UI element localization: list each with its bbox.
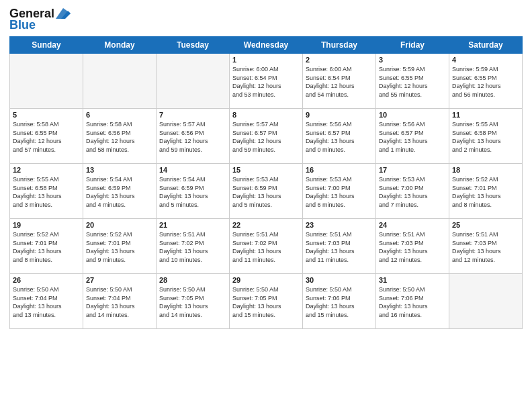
day-number: 5 (13, 111, 80, 119)
calendar-week-4: 19Sunrise: 5:52 AM Sunset: 7:01 PM Dayli… (10, 219, 523, 274)
day-number: 24 (379, 221, 446, 229)
calendar-cell: 7Sunrise: 5:57 AM Sunset: 6:56 PM Daylig… (157, 109, 230, 164)
day-info: Sunrise: 6:00 AM Sunset: 6:54 PM Dayligh… (306, 65, 373, 99)
day-info: Sunrise: 5:52 AM Sunset: 7:01 PM Dayligh… (86, 230, 153, 264)
calendar-cell: 24Sunrise: 5:51 AM Sunset: 7:03 PM Dayli… (376, 219, 449, 274)
day-number: 10 (379, 111, 446, 119)
day-info: Sunrise: 5:55 AM Sunset: 6:58 PM Dayligh… (452, 120, 519, 154)
day-info: Sunrise: 5:50 AM Sunset: 7:04 PM Dayligh… (86, 285, 153, 319)
calendar-cell: 21Sunrise: 5:51 AM Sunset: 7:02 PM Dayli… (157, 219, 230, 274)
logo-icon (56, 8, 71, 19)
day-info: Sunrise: 5:51 AM Sunset: 7:02 PM Dayligh… (159, 230, 226, 264)
day-info: Sunrise: 5:56 AM Sunset: 6:57 PM Dayligh… (306, 120, 373, 154)
calendar-cell: 6Sunrise: 5:58 AM Sunset: 6:56 PM Daylig… (83, 109, 157, 164)
calendar-table: SundayMondayTuesdayWednesdayThursdayFrid… (9, 36, 523, 329)
calendar-week-3: 12Sunrise: 5:55 AM Sunset: 6:58 PM Dayli… (10, 164, 523, 219)
calendar-cell: 10Sunrise: 5:56 AM Sunset: 6:57 PM Dayli… (376, 109, 449, 164)
day-info: Sunrise: 5:50 AM Sunset: 7:06 PM Dayligh… (306, 285, 373, 319)
day-info: Sunrise: 5:56 AM Sunset: 6:57 PM Dayligh… (379, 120, 446, 154)
calendar-cell (157, 54, 230, 109)
day-info: Sunrise: 5:58 AM Sunset: 6:55 PM Dayligh… (13, 120, 80, 154)
day-number: 11 (452, 111, 519, 119)
calendar-week-2: 5Sunrise: 5:58 AM Sunset: 6:55 PM Daylig… (10, 109, 523, 164)
day-info: Sunrise: 5:59 AM Sunset: 6:55 PM Dayligh… (452, 65, 519, 99)
day-number: 25 (452, 221, 519, 229)
calendar-cell: 4Sunrise: 5:59 AM Sunset: 6:55 PM Daylig… (449, 54, 523, 109)
day-number: 14 (159, 166, 226, 174)
day-number: 12 (13, 166, 80, 174)
page: General Blue SundayMondayTuesdayWednesda… (0, 0, 532, 411)
calendar-cell: 31Sunrise: 5:50 AM Sunset: 7:06 PM Dayli… (376, 274, 449, 329)
weekday-header-sunday: Sunday (10, 37, 83, 54)
calendar-week-5: 26Sunrise: 5:50 AM Sunset: 7:04 PM Dayli… (10, 274, 523, 329)
calendar-cell: 19Sunrise: 5:52 AM Sunset: 7:01 PM Dayli… (10, 219, 83, 274)
calendar-week-1: 1Sunrise: 6:00 AM Sunset: 6:54 PM Daylig… (10, 54, 523, 109)
day-info: Sunrise: 5:54 AM Sunset: 6:59 PM Dayligh… (86, 175, 153, 209)
day-info: Sunrise: 5:50 AM Sunset: 7:05 PM Dayligh… (159, 285, 226, 319)
calendar-cell: 8Sunrise: 5:57 AM Sunset: 6:57 PM Daylig… (230, 109, 303, 164)
day-number: 9 (306, 111, 373, 119)
weekday-header-tuesday: Tuesday (157, 37, 230, 54)
day-number: 3 (379, 56, 446, 64)
day-info: Sunrise: 5:52 AM Sunset: 7:01 PM Dayligh… (452, 175, 519, 209)
calendar-cell: 20Sunrise: 5:52 AM Sunset: 7:01 PM Dayli… (83, 219, 157, 274)
calendar-cell: 14Sunrise: 5:54 AM Sunset: 6:59 PM Dayli… (157, 164, 230, 219)
day-info: Sunrise: 5:50 AM Sunset: 7:05 PM Dayligh… (232, 285, 300, 319)
logo-blue: Blue (9, 18, 36, 32)
day-info: Sunrise: 5:53 AM Sunset: 7:00 PM Dayligh… (306, 175, 373, 209)
weekday-header-wednesday: Wednesday (230, 37, 303, 54)
weekday-header-saturday: Saturday (449, 37, 523, 54)
day-info: Sunrise: 5:53 AM Sunset: 6:59 PM Dayligh… (232, 175, 300, 209)
day-info: Sunrise: 5:51 AM Sunset: 7:03 PM Dayligh… (306, 230, 373, 264)
calendar-cell: 15Sunrise: 5:53 AM Sunset: 6:59 PM Dayli… (230, 164, 303, 219)
day-info: Sunrise: 6:00 AM Sunset: 6:54 PM Dayligh… (232, 65, 300, 99)
calendar-cell: 25Sunrise: 5:51 AM Sunset: 7:03 PM Dayli… (449, 219, 523, 274)
day-number: 18 (452, 166, 519, 174)
day-number: 19 (13, 221, 80, 229)
day-number: 4 (452, 56, 519, 64)
day-info: Sunrise: 5:52 AM Sunset: 7:01 PM Dayligh… (13, 230, 80, 264)
calendar-cell: 22Sunrise: 5:51 AM Sunset: 7:02 PM Dayli… (230, 219, 303, 274)
calendar-cell: 16Sunrise: 5:53 AM Sunset: 7:00 PM Dayli… (303, 164, 376, 219)
day-number: 6 (86, 111, 153, 119)
day-number: 27 (86, 276, 153, 284)
calendar-cell: 1Sunrise: 6:00 AM Sunset: 6:54 PM Daylig… (230, 54, 303, 109)
weekday-header-monday: Monday (83, 37, 157, 54)
day-info: Sunrise: 5:57 AM Sunset: 6:56 PM Dayligh… (159, 120, 226, 154)
day-number: 16 (306, 166, 373, 174)
calendar-cell: 17Sunrise: 5:53 AM Sunset: 7:00 PM Dayli… (376, 164, 449, 219)
day-number: 17 (379, 166, 446, 174)
day-number: 31 (379, 276, 446, 284)
calendar-cell: 28Sunrise: 5:50 AM Sunset: 7:05 PM Dayli… (157, 274, 230, 329)
day-number: 23 (306, 221, 373, 229)
day-info: Sunrise: 5:50 AM Sunset: 7:06 PM Dayligh… (379, 285, 446, 319)
day-number: 13 (86, 166, 153, 174)
day-info: Sunrise: 5:57 AM Sunset: 6:57 PM Dayligh… (232, 120, 300, 154)
day-number: 26 (13, 276, 80, 284)
day-number: 28 (159, 276, 226, 284)
day-info: Sunrise: 5:53 AM Sunset: 7:00 PM Dayligh… (379, 175, 446, 209)
calendar-cell: 18Sunrise: 5:52 AM Sunset: 7:01 PM Dayli… (449, 164, 523, 219)
calendar-cell: 5Sunrise: 5:58 AM Sunset: 6:55 PM Daylig… (10, 109, 83, 164)
calendar-cell (449, 274, 523, 329)
calendar-cell: 27Sunrise: 5:50 AM Sunset: 7:04 PM Dayli… (83, 274, 157, 329)
calendar-cell: 9Sunrise: 5:56 AM Sunset: 6:57 PM Daylig… (303, 109, 376, 164)
day-number: 20 (86, 221, 153, 229)
day-info: Sunrise: 5:59 AM Sunset: 6:55 PM Dayligh… (379, 65, 446, 99)
day-number: 1 (232, 56, 300, 64)
calendar-cell: 3Sunrise: 5:59 AM Sunset: 6:55 PM Daylig… (376, 54, 449, 109)
day-info: Sunrise: 5:58 AM Sunset: 6:56 PM Dayligh… (86, 120, 153, 154)
day-number: 7 (159, 111, 226, 119)
day-number: 22 (232, 221, 300, 229)
weekday-header-friday: Friday (376, 37, 449, 54)
day-number: 8 (232, 111, 300, 119)
day-number: 30 (306, 276, 373, 284)
day-info: Sunrise: 5:54 AM Sunset: 6:59 PM Dayligh… (159, 175, 226, 209)
weekday-header-thursday: Thursday (303, 37, 376, 54)
day-info: Sunrise: 5:50 AM Sunset: 7:04 PM Dayligh… (13, 285, 80, 319)
day-info: Sunrise: 5:51 AM Sunset: 7:03 PM Dayligh… (379, 230, 446, 264)
calendar-cell (83, 54, 157, 109)
day-number: 15 (232, 166, 300, 174)
header: General Blue (9, 7, 523, 32)
calendar-cell: 26Sunrise: 5:50 AM Sunset: 7:04 PM Dayli… (10, 274, 83, 329)
